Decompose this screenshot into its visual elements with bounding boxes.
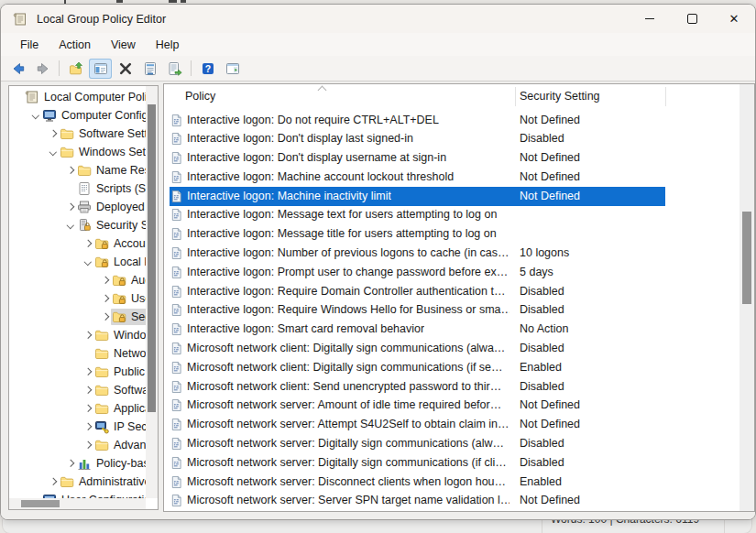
tree-node[interactable]: Security Options xyxy=(111,309,146,325)
tree-expander-chevron-right-icon[interactable] xyxy=(47,479,59,484)
tree-expander-chevron-right-icon[interactable] xyxy=(82,387,93,393)
tree-item-security-options[interactable]: Security Options xyxy=(9,308,146,326)
policy-row[interactable]: Interactive logon: Message title for use… xyxy=(164,225,740,245)
tree-vertical-scrollbar[interactable] xyxy=(146,86,158,498)
tree-item-advanced-audit-policy-configuration[interactable]: Advanced Audit Policy Configuration xyxy=(9,436,146,454)
tree-node[interactable]: Windows Settings xyxy=(59,144,146,160)
tree-item-security-settings[interactable]: Security Settings xyxy=(9,216,146,234)
tree-item-computer-configuration[interactable]: Computer Configuration xyxy=(9,106,146,125)
show-action-pane-button[interactable] xyxy=(221,59,244,79)
tree-node[interactable]: Software Restriction Policies xyxy=(93,382,146,398)
minimize-button[interactable] xyxy=(629,5,671,33)
tree-expander-chevron-right-icon[interactable] xyxy=(82,406,93,411)
tree-expander-chevron-right-icon[interactable] xyxy=(64,168,76,173)
tree-node[interactable]: User Configuration xyxy=(41,492,146,498)
up-one-level-button[interactable] xyxy=(64,59,87,79)
tree-item-local-computer-policy[interactable]: Local Computer Policy xyxy=(9,88,146,106)
tree-expander-chevron-right-icon[interactable] xyxy=(82,332,93,338)
menu-help[interactable]: Help xyxy=(146,36,190,54)
show-console-tree-button[interactable] xyxy=(89,59,112,79)
tree-item-name-resolution-policy[interactable]: Name Resolution Policy xyxy=(9,161,146,179)
tree-expander-chevron-right-icon[interactable] xyxy=(99,296,111,301)
tree-node[interactable]: IP Security Policies on Local Computer xyxy=(93,419,146,435)
forward-button[interactable] xyxy=(31,59,54,79)
tree-node[interactable]: Windows Defender Firewall with Advanced … xyxy=(93,327,146,343)
tree-node[interactable]: Policy-based QoS xyxy=(76,455,146,472)
tree-expander-chevron-down-icon[interactable] xyxy=(64,223,76,228)
delete-button[interactable] xyxy=(114,59,137,79)
column-header-security-setting[interactable]: Security Setting xyxy=(520,90,600,103)
menu-file[interactable]: File xyxy=(10,36,49,54)
policy-row[interactable]: Interactive logon: Smart card removal be… xyxy=(164,321,740,340)
menu-view[interactable]: View xyxy=(101,36,146,54)
tree-vertical-scrollbar-thumb[interactable] xyxy=(148,104,156,412)
tree-expander-chevron-right-icon[interactable] xyxy=(82,442,93,448)
back-button[interactable] xyxy=(6,59,29,79)
tree-item-application-control-policies[interactable]: Application Control Policies xyxy=(9,399,146,418)
tree-node[interactable]: Application Control Policies xyxy=(93,400,146,417)
tree-node[interactable]: Software Settings xyxy=(59,125,146,142)
tree-horizontal-scrollbar-thumb[interactable] xyxy=(21,500,60,507)
policy-row[interactable]: Interactive logon: Machine account locko… xyxy=(164,168,740,187)
tree-node[interactable]: Administrative Templates xyxy=(59,473,146,490)
tree-item-software-restriction-policies[interactable]: Software Restriction Policies xyxy=(9,381,146,399)
tree-item-software-settings[interactable]: Software Settings xyxy=(9,125,146,143)
tree-expander-chevron-right-icon[interactable] xyxy=(47,131,59,136)
tree-node[interactable]: Local Computer Policy xyxy=(24,89,146,105)
tree-expander-chevron-right-icon[interactable] xyxy=(99,277,111,283)
tree-item-local-policies[interactable]: Local Policies xyxy=(9,253,146,271)
tree-node[interactable]: Scripts (Startup/Shutdown) xyxy=(76,180,146,197)
policy-row[interactable]: Microsoft network server: Server SPN tar… xyxy=(164,492,740,511)
column-header-policy[interactable]: Policy xyxy=(185,90,215,103)
close-button[interactable]: ✕ xyxy=(713,5,755,33)
policy-row[interactable]: Interactive logon: Require Domain Contro… xyxy=(164,282,740,301)
tree-item-user-rights-assignment[interactable]: User Rights Assignment xyxy=(9,289,146,308)
tree-node[interactable]: Public Key Policies xyxy=(93,364,146,380)
policy-row[interactable]: Interactive logon: Require Windows Hello… xyxy=(164,301,740,321)
tree-expander-chevron-down-icon[interactable] xyxy=(82,259,93,265)
tree-item-windows-settings[interactable]: Windows Settings xyxy=(9,143,146,161)
tree-node[interactable]: Network List Manager Policies xyxy=(93,345,146,362)
policy-row[interactable]: Interactive logon: Prompt user to change… xyxy=(164,263,740,282)
tree-expander-chevron-right-icon[interactable] xyxy=(64,204,76,210)
maximize-button[interactable] xyxy=(671,5,713,33)
help-button[interactable] xyxy=(196,59,219,79)
policy-row[interactable]: Microsoft network client: Digitally sign… xyxy=(164,340,740,359)
policy-row[interactable]: Interactive logon: Do not require CTRL+A… xyxy=(164,111,740,130)
policy-row[interactable]: Interactive logon: Number of previous lo… xyxy=(164,245,740,264)
policy-row[interactable]: Microsoft network server: Digitally sign… xyxy=(164,453,740,473)
tree-node[interactable]: Advanced Audit Policy Configuration xyxy=(93,437,146,453)
tree-expander-chevron-down-icon[interactable] xyxy=(29,113,41,118)
policy-row[interactable]: Microsoft network server: Attempt S4U2Se… xyxy=(164,416,740,435)
column-divider[interactable] xyxy=(665,87,666,106)
tree-expander-chevron-right-icon[interactable] xyxy=(99,314,111,320)
tree-expander-chevron-right-icon[interactable] xyxy=(82,424,93,430)
column-divider[interactable] xyxy=(515,87,516,106)
tree-expander-chevron-right-icon[interactable] xyxy=(82,369,93,375)
list-vertical-scrollbar[interactable] xyxy=(740,84,754,511)
policy-row[interactable]: Interactive logon: Don't display last si… xyxy=(164,130,740,149)
tree-node[interactable]: User Rights Assignment xyxy=(111,290,146,307)
policy-row[interactable]: Interactive logon: Message text for user… xyxy=(164,206,740,225)
policy-row[interactable]: Microsoft network server: Amount of idle… xyxy=(164,397,740,416)
tree-expander-chevron-right-icon[interactable] xyxy=(82,241,93,246)
tree-node[interactable]: Local Policies xyxy=(93,254,146,270)
tree-item-account-policies[interactable]: Account Policies xyxy=(9,234,146,253)
tree-expander-chevron-right-icon[interactable] xyxy=(64,461,76,466)
tree-item-network-list-manager-policies[interactable]: Network List Manager Policies xyxy=(9,344,146,363)
tree-node[interactable]: Audit Policy xyxy=(111,272,146,288)
tree-item-administrative-templates[interactable]: Administrative Templates xyxy=(9,473,146,491)
policy-row[interactable]: Microsoft network client: Digitally sign… xyxy=(164,358,740,377)
tree-node[interactable]: Name Resolution Policy xyxy=(76,162,146,179)
policy-row[interactable]: Interactive logon: Machine inactivity li… xyxy=(164,187,740,206)
properties-button[interactable] xyxy=(138,59,161,79)
policy-row[interactable]: Microsoft network server: Digitally sign… xyxy=(164,435,740,454)
policy-row[interactable]: Microsoft network server: Disconnect cli… xyxy=(164,473,740,492)
tree-item-ip-security-policies-on-local-computer[interactable]: IP Security Policies on Local Computer xyxy=(9,418,146,436)
tree-item-audit-policy[interactable]: Audit Policy xyxy=(9,271,146,289)
tree-item-windows-defender-firewall-with-advanced-security[interactable]: Windows Defender Firewall with Advanced … xyxy=(9,326,146,344)
export-list-button[interactable] xyxy=(163,59,186,79)
tree-horizontal-scrollbar[interactable] xyxy=(9,498,146,509)
tree-node[interactable]: Security Settings xyxy=(76,217,146,234)
tree-item-policy-based-qos[interactable]: Policy-based QoS xyxy=(9,454,146,473)
